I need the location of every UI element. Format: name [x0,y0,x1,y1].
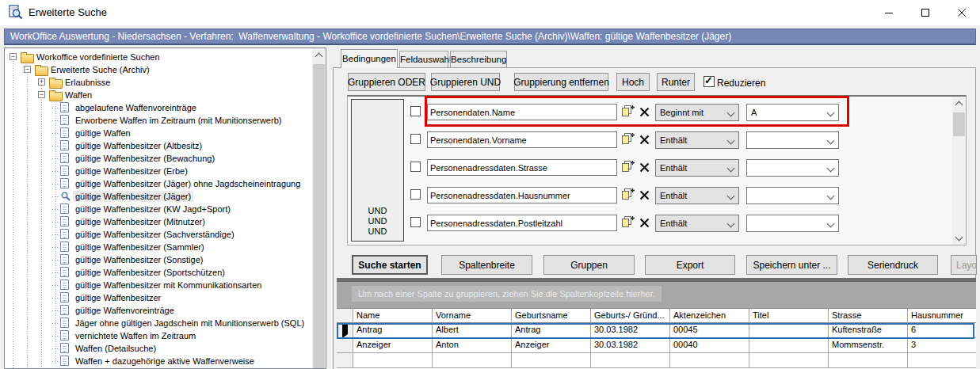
delete-condition-icon[interactable] [639,134,650,148]
tree-item[interactable]: −Workoffice vordefinierte Suchen [5,51,298,63]
scroll-up-icon[interactable] [952,97,966,110]
condition-checkbox[interactable] [410,189,421,200]
tree-item[interactable]: gültige Waffenbesitzer (Jäger) [5,190,298,203]
tree-item[interactable]: gültige Waffenvoreinträge [5,304,298,317]
condition-checkbox[interactable] [410,106,421,116]
tree-item[interactable]: −Waffen [5,89,298,101]
tree-item[interactable]: −Erweiterte Suche (Archiv) [5,63,298,76]
grid-column-header[interactable]: Name [353,308,433,323]
scroll-down-icon[interactable] [952,231,966,245]
export-button[interactable]: Export [645,255,735,275]
operator-select[interactable]: Enthält [655,215,739,232]
operator-select[interactable]: Enthält [655,131,739,149]
tree-item[interactable]: gültige Waffenbesitzer (Sonstige) [5,253,298,266]
operator-select[interactable]: Enthält [655,159,739,177]
delete-condition-icon[interactable] [639,106,650,120]
collapse-icon[interactable]: − [38,91,45,98]
tree-item[interactable]: abgelaufene Waffenvoreinträge [5,101,298,114]
condition-field-input[interactable] [427,131,617,148]
tree-item[interactable]: +Erlaubnisse [5,76,298,89]
group-by-panel[interactable]: Um nach einer Spalte zu gruppieren, zieh… [337,282,976,308]
tree-item[interactable]: gültige Waffenbesitzer mit Kommunikation… [5,279,298,291]
grid-column-header[interactable]: Strasse [829,308,908,323]
row-selector-cell[interactable] [337,323,353,338]
value-select[interactable] [746,187,839,204]
conditions-scrollbar[interactable] [952,97,966,245]
tree-item[interactable]: Jäger ohne gültigen Jagdschein mit Munit… [5,317,298,329]
scroll-up-icon[interactable] [312,48,326,62]
collapse-icon[interactable]: − [10,53,17,60]
grid-column-header[interactable]: Vorname [433,308,512,323]
reduzieren-checkbox[interactable]: ✓ [704,76,715,87]
tab-bedingungen[interactable]: Bedingungen [341,49,398,68]
seriendruck-button[interactable]: Seriendruck [848,255,938,275]
condition-field-input[interactable] [427,104,617,120]
condition-field-input[interactable] [427,187,617,204]
value-select[interactable] [746,131,839,149]
tree-item[interactable]: gültige Waffenbesitzer (Bewachung) [5,152,298,165]
grid-column-header[interactable]: Titel [749,308,829,323]
delete-condition-icon[interactable] [639,217,650,231]
tree-item[interactable]: Waffen + dazugehörige aktive Waffenverwe… [5,355,298,367]
conditions-scrollbar-thumb[interactable] [953,112,965,136]
grid-column-header[interactable]: Geburtsname [512,308,591,323]
row-selector-cell[interactable] [337,353,353,368]
tree-item[interactable]: gültige Waffenbesitzer (Erbe) [5,165,298,177]
minimize-button[interactable] [871,0,907,25]
tree-item[interactable]: gültige Waffenbesitzer (Jäger) ohne Jagd… [5,177,298,190]
add-condition-icon[interactable] [621,188,635,204]
gruppen-button[interactable]: Gruppen [543,255,635,275]
tree-item[interactable]: gültige Waffenbesitzer (Mitnutzer) [5,215,298,228]
value-select[interactable] [746,215,839,232]
tree-item[interactable]: gültige Waffenbesitzer (Sammler) [5,241,298,253]
suche-starten-button[interactable]: Suche starten [352,255,428,275]
grid-cell: 30.03.1982 [591,323,670,338]
operator-select[interactable]: Enthält [655,187,739,204]
gruppierung-entfernen-button[interactable]: Gruppierung entfernen [514,73,608,91]
add-condition-icon[interactable] [621,105,635,120]
tree-item[interactable]: gültige Waffenbesitzer (Altbesitz) [5,139,298,152]
collapse-icon[interactable]: − [24,66,31,73]
gruppieren-und-button[interactable]: Gruppieren UND [431,73,500,91]
row-selector-cell[interactable] [337,338,353,353]
tree-item[interactable]: gültige Waffenbesitzer (KW Jagd+Sport) [5,203,298,215]
value-select[interactable]: A [746,104,839,121]
condition-checkbox[interactable] [410,217,421,227]
grid-data-row[interactable] [337,353,976,368]
tree-scrollbar-thumb[interactable] [313,64,325,368]
tree-item[interactable]: gültige Waffenbesitzer (Sachverständige) [5,228,298,241]
grid-column-header[interactable]: Hausnummer [908,308,976,323]
close-button[interactable] [944,0,980,25]
tree-item[interactable]: Waffen (Detailsuche) [5,342,298,355]
condition-checkbox[interactable] [410,134,421,144]
add-condition-icon[interactable] [621,132,635,148]
tree-scrollbar[interactable] [312,48,326,368]
grid-column-header[interactable]: Aktenzeichen [670,308,749,323]
tree-item[interactable]: gültige Waffenbesitzer (Sportschützen) [5,266,298,279]
grid-data-row[interactable]: AntragAlbertAntrag30.03.198200045Kuftens… [337,323,976,338]
add-condition-icon[interactable] [621,215,635,231]
tab-feldauswahl[interactable]: Feldauswahl [399,51,448,67]
expand-icon[interactable]: + [38,78,45,86]
value-select[interactable] [746,159,839,177]
tab-beschreibung[interactable]: Beschreibung [450,51,507,67]
hoch-button[interactable]: Hoch [616,73,650,91]
delete-condition-icon[interactable] [639,189,650,204]
tree-item[interactable]: gültige Waffenbesitzer [5,291,298,304]
condition-field-input[interactable] [427,159,617,176]
gruppieren-oder-button[interactable]: Gruppieren ODER [348,73,425,91]
tree-item[interactable]: gültige Waffen [5,127,298,139]
runter-button[interactable]: Runter [657,73,695,91]
spaltenbreite-button[interactable]: Spaltenbreite [441,255,532,275]
delete-condition-icon[interactable] [639,162,650,176]
maximize-button[interactable] [907,0,944,25]
grid-column-header[interactable]: Geburts-/ Gründ... [591,308,670,323]
add-condition-icon[interactable] [621,160,635,176]
operator-select[interactable]: Beginnt mit [655,104,739,121]
speichern-unter-button[interactable]: Speichern unter ... [746,255,837,275]
tree-item[interactable]: vernichtete Waffen im Zeitraum [5,329,298,342]
condition-field-input[interactable] [427,215,617,231]
condition-checkbox[interactable] [410,162,421,172]
tree-item[interactable]: Erworbene Waffen im Zeitraum (mit Muniti… [5,114,298,127]
grid-data-row[interactable]: AnzeigerAntonAnzeiger30.03.198200040Momm… [337,338,976,353]
